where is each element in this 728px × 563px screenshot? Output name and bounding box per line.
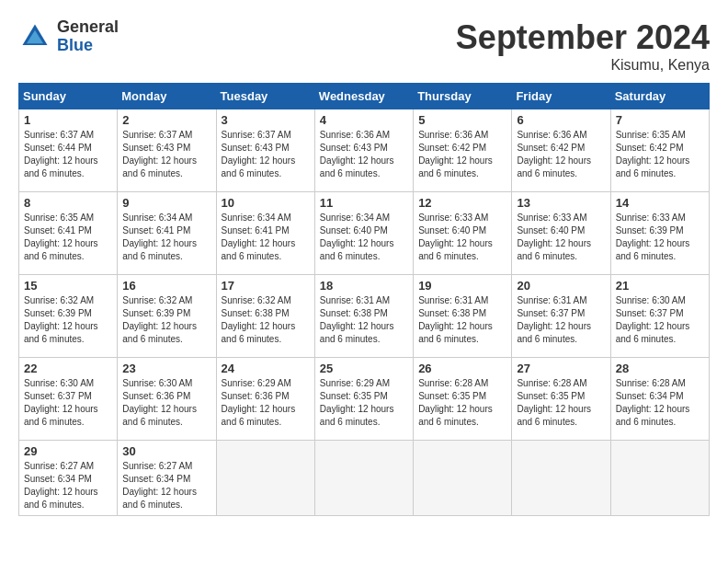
day-26: 26 Sunrise: 6:28 AMSunset: 6:35 PMDaylig… [414, 358, 512, 441]
week-row-5: 29 Sunrise: 6:27 AMSunset: 6:34 PMDaylig… [19, 441, 710, 516]
day-3: 3 Sunrise: 6:37 AMSunset: 6:43 PMDayligh… [216, 109, 314, 192]
day-10: 10 Sunrise: 6:34 AMSunset: 6:41 PMDaylig… [216, 192, 314, 275]
day-16: 16 Sunrise: 6:32 AMSunset: 6:39 PMDaylig… [118, 275, 216, 358]
day-2: 2 Sunrise: 6:37 AMSunset: 6:43 PMDayligh… [118, 109, 216, 192]
logo-icon [18, 20, 51, 53]
page-header: General Blue September 2024 Kisumu, Keny… [18, 18, 710, 74]
day-23: 23 Sunrise: 6:30 AMSunset: 6:36 PMDaylig… [118, 358, 216, 441]
empty-cell-2 [314, 441, 413, 516]
header-saturday: Saturday [610, 84, 709, 109]
header-thursday: Thursday [414, 84, 512, 109]
header-monday: Monday [118, 84, 216, 109]
day-20: 20 Sunrise: 6:31 AMSunset: 6:37 PMDaylig… [512, 275, 610, 358]
month-title: September 2024 [456, 18, 710, 57]
logo-general: General [57, 18, 119, 37]
header-friday: Friday [512, 84, 610, 109]
day-15: 15 Sunrise: 6:32 AMSunset: 6:39 PMDaylig… [19, 275, 118, 358]
day-11: 11 Sunrise: 6:34 AMSunset: 6:40 PMDaylig… [314, 192, 413, 275]
day-4: 4 Sunrise: 6:36 AMSunset: 6:43 PMDayligh… [314, 109, 413, 192]
logo-text: General Blue [57, 18, 119, 55]
day-19: 19 Sunrise: 6:31 AMSunset: 6:38 PMDaylig… [414, 275, 512, 358]
header-wednesday: Wednesday [314, 84, 413, 109]
day-13: 13 Sunrise: 6:33 AMSunset: 6:40 PMDaylig… [512, 192, 610, 275]
logo-blue: Blue [57, 37, 119, 55]
day-30: 30 Sunrise: 6:27 AMSunset: 6:34 PMDaylig… [118, 441, 216, 516]
empty-cell-5 [610, 441, 709, 516]
day-6: 6 Sunrise: 6:36 AMSunset: 6:42 PMDayligh… [512, 109, 610, 192]
week-row-2: 8 Sunrise: 6:35 AMSunset: 6:41 PMDayligh… [19, 192, 710, 275]
day-7: 7 Sunrise: 6:35 AMSunset: 6:42 PMDayligh… [610, 109, 709, 192]
day-27: 27 Sunrise: 6:28 AMSunset: 6:35 PMDaylig… [512, 358, 610, 441]
calendar-table: Sunday Monday Tuesday Wednesday Thursday… [18, 83, 710, 516]
day-9: 9 Sunrise: 6:34 AMSunset: 6:41 PMDayligh… [118, 192, 216, 275]
day-28: 28 Sunrise: 6:28 AMSunset: 6:34 PMDaylig… [610, 358, 709, 441]
title-area: September 2024 Kisumu, Kenya [456, 18, 710, 74]
day-17: 17 Sunrise: 6:32 AMSunset: 6:38 PMDaylig… [216, 275, 314, 358]
empty-cell-3 [414, 441, 512, 516]
day-29: 29 Sunrise: 6:27 AMSunset: 6:34 PMDaylig… [19, 441, 118, 516]
week-row-4: 22 Sunrise: 6:30 AMSunset: 6:37 PMDaylig… [19, 358, 710, 441]
location: Kisumu, Kenya [456, 57, 710, 74]
logo[interactable]: General Blue [18, 18, 119, 55]
day-21: 21 Sunrise: 6:30 AMSunset: 6:37 PMDaylig… [610, 275, 709, 358]
day-18: 18 Sunrise: 6:31 AMSunset: 6:38 PMDaylig… [314, 275, 413, 358]
empty-cell-1 [216, 441, 314, 516]
empty-cell-4 [512, 441, 610, 516]
day-5: 5 Sunrise: 6:36 AMSunset: 6:42 PMDayligh… [414, 109, 512, 192]
day-8: 8 Sunrise: 6:35 AMSunset: 6:41 PMDayligh… [19, 192, 118, 275]
day-24: 24 Sunrise: 6:29 AMSunset: 6:36 PMDaylig… [216, 358, 314, 441]
day-22: 22 Sunrise: 6:30 AMSunset: 6:37 PMDaylig… [19, 358, 118, 441]
week-row-3: 15 Sunrise: 6:32 AMSunset: 6:39 PMDaylig… [19, 275, 710, 358]
day-12: 12 Sunrise: 6:33 AMSunset: 6:40 PMDaylig… [414, 192, 512, 275]
day-14: 14 Sunrise: 6:33 AMSunset: 6:39 PMDaylig… [610, 192, 709, 275]
day-25: 25 Sunrise: 6:29 AMSunset: 6:35 PMDaylig… [314, 358, 413, 441]
header-tuesday: Tuesday [216, 84, 314, 109]
week-row-1: 1 Sunrise: 6:37 AMSunset: 6:44 PMDayligh… [19, 109, 710, 192]
calendar-header-row: Sunday Monday Tuesday Wednesday Thursday… [19, 84, 710, 109]
day-1: 1 Sunrise: 6:37 AMSunset: 6:44 PMDayligh… [19, 109, 118, 192]
header-sunday: Sunday [19, 84, 118, 109]
